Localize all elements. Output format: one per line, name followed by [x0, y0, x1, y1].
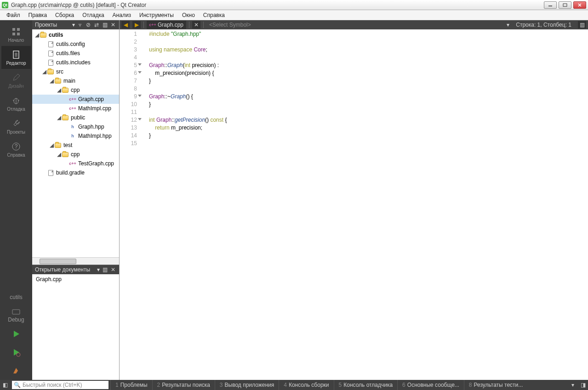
- target-selector[interactable]: cutils: [1, 288, 31, 306]
- tree-scrollbar[interactable]: [32, 257, 119, 265]
- tree-item-cpp[interactable]: ◢cpp: [32, 150, 119, 159]
- close-button[interactable]: [573, 1, 586, 9]
- svg-rect-18: [12, 310, 20, 314]
- kit-selector[interactable]: Debug: [1, 306, 31, 325]
- tree-item-Graph.cpp[interactable]: c++Graph.cpp: [32, 95, 119, 104]
- tree-item-build.gradle[interactable]: build.gradle: [32, 168, 119, 177]
- dropdown-icon[interactable]: ▾: [72, 22, 75, 28]
- file-tab[interactable]: c++ Graph.cpp: [147, 21, 186, 29]
- filter-icon[interactable]: ▿: [77, 22, 83, 28]
- mode-edit[interactable]: Редактор: [1, 46, 31, 69]
- output-pane-4[interactable]: 4Консоль сборки: [279, 380, 333, 390]
- editor-toolbar: ◀ ▶ c++ Graph.cpp ✕ <Select Symbol> ▾ Ст…: [120, 20, 588, 29]
- tree-item-MathImpl.hpp[interactable]: hMathImpl.hpp: [32, 131, 119, 141]
- nav-back-button[interactable]: ◀: [121, 21, 130, 28]
- menu-Файл[interactable]: Файл: [3, 11, 24, 19]
- menu-Инструменты[interactable]: Инструменты: [136, 11, 177, 19]
- build-button[interactable]: [1, 362, 31, 380]
- titlebar: Qt Graph.cpp (src\main\cpp @ cutils) [de…: [0, 0, 588, 10]
- project-tree[interactable]: ◢cutilscutils.configcutils.filescutils.i…: [32, 29, 119, 257]
- nav-forward-button[interactable]: ▶: [132, 21, 141, 28]
- svg-rect-1: [563, 4, 567, 6]
- folder-icon: [62, 87, 69, 93]
- svg-point-21: [17, 353, 20, 356]
- svg-text:?: ?: [15, 143, 18, 150]
- tree-item-Graph.hpp[interactable]: hGraph.hpp: [32, 122, 119, 131]
- close-file-button[interactable]: ✕: [192, 21, 200, 28]
- mode-sidebar: НачалоРедакторДизайнОтладкаПроекты?Справ…: [0, 20, 32, 380]
- run-button[interactable]: [1, 325, 31, 343]
- split-icon[interactable]: ▥: [102, 266, 108, 273]
- output-pane-3[interactable]: 3Вывод приложения: [215, 380, 279, 390]
- projects-panel-header: Проекты ▾ ▿ ⊘ ⇄ ▥ ✕: [32, 20, 119, 29]
- menu-Справка[interactable]: Справка: [200, 11, 228, 19]
- menu-Анализ[interactable]: Анализ: [109, 11, 135, 19]
- menu-Отладка[interactable]: Отладка: [79, 11, 108, 19]
- open-doc-item[interactable]: Graph.cpp: [34, 275, 117, 283]
- tree-item-cutils[interactable]: ◢cutils: [32, 30, 119, 40]
- hpp-icon: h: [69, 124, 76, 130]
- code-editor[interactable]: 123456789101112131415 #include "Graph.hp…: [120, 29, 588, 380]
- chevron-icon[interactable]: ▾: [568, 380, 578, 390]
- file-icon: [47, 59, 54, 66]
- app-icon: Qt: [2, 2, 8, 8]
- mode-debug[interactable]: Отладка: [1, 92, 31, 115]
- mode-help[interactable]: ?Справка: [1, 138, 31, 161]
- menu-Окно[interactable]: Окно: [178, 11, 199, 19]
- search-icon: 🔍: [14, 382, 21, 388]
- open-documents-list[interactable]: Graph.cpp: [32, 274, 119, 380]
- symbol-selector[interactable]: <Select Symbol>: [206, 22, 504, 28]
- mode-welcome[interactable]: Начало: [1, 23, 31, 46]
- window-title: Graph.cpp (src\main\cpp @ cutils) [defau…: [11, 2, 544, 8]
- statusbar: ◧ 🔍 Быстрый поиск (Ctrl+K) 1Проблемы2Рез…: [0, 380, 588, 390]
- link-icon[interactable]: ⊘: [85, 22, 91, 28]
- tree-item-MathImpl.cpp[interactable]: c++MathImpl.cpp: [32, 104, 119, 113]
- output-pane-2[interactable]: 2Результаты поиска: [152, 380, 215, 390]
- quick-search[interactable]: 🔍 Быстрый поиск (Ctrl+K): [12, 381, 108, 389]
- output-pane-5[interactable]: 5Консоль отладчика: [334, 380, 398, 390]
- file-icon: [47, 170, 54, 176]
- mode-design[interactable]: Дизайн: [1, 69, 31, 92]
- menu-Правка[interactable]: Правка: [25, 11, 51, 19]
- split-editor-icon[interactable]: ▥: [578, 21, 586, 28]
- minimize-button[interactable]: [544, 1, 557, 9]
- menubar: ФайлПравкаСборкаОтладкаАнализИнструменты…: [0, 10, 588, 20]
- doc-icon: [11, 50, 21, 60]
- tree-item-cpp[interactable]: ◢cpp: [32, 85, 119, 95]
- folder-icon: [47, 68, 54, 75]
- svg-rect-4: [12, 28, 15, 31]
- tree-item-cutils.config[interactable]: cutils.config: [32, 40, 119, 49]
- mode-projects[interactable]: Проекты: [1, 115, 31, 138]
- close-panel-icon[interactable]: ✕: [110, 22, 116, 28]
- tree-item-cutils.includes[interactable]: cutils.includes: [32, 58, 119, 67]
- svg-rect-7: [17, 33, 20, 35]
- tree-item-test[interactable]: ◢test: [32, 141, 119, 150]
- maximize-button[interactable]: [559, 1, 571, 9]
- sync-icon[interactable]: ⇄: [93, 22, 100, 28]
- dropdown-icon[interactable]: ▾: [97, 266, 100, 273]
- symbol-dropdown-icon[interactable]: ▾: [507, 22, 509, 28]
- svg-rect-6: [12, 33, 15, 35]
- toggle-sidebar-button[interactable]: ◧: [0, 380, 10, 390]
- split-icon[interactable]: ▥: [102, 22, 108, 28]
- output-pane-8[interactable]: 8Результаты тести...: [464, 380, 527, 390]
- folder-icon: [62, 151, 69, 158]
- svg-marker-19: [14, 331, 19, 337]
- folder-icon: [62, 114, 69, 121]
- output-pane-1[interactable]: 1Проблемы: [110, 380, 152, 390]
- cpp-icon: c++: [69, 105, 76, 112]
- output-toggle-icon[interactable]: ◨: [578, 380, 588, 390]
- hpp-icon: h: [69, 133, 76, 139]
- tree-item-TestGraph.cpp[interactable]: c++TestGraph.cpp: [32, 159, 119, 168]
- tree-item-src[interactable]: ◢src: [32, 67, 119, 76]
- close-panel-icon[interactable]: ✕: [110, 266, 116, 273]
- file-tab-label: Graph.cpp: [158, 22, 183, 28]
- opendocs-panel-header: Открытые документы ▾ ▥ ✕: [32, 265, 119, 274]
- tree-item-public[interactable]: ◢public: [32, 113, 119, 122]
- folder-icon: [54, 142, 62, 148]
- menu-Сборка[interactable]: Сборка: [51, 11, 78, 19]
- debug-run-button[interactable]: [1, 343, 31, 362]
- output-pane-6[interactable]: 6Основные сообще...: [397, 380, 464, 390]
- tree-item-cutils.files[interactable]: cutils.files: [32, 49, 119, 58]
- tree-item-main[interactable]: ◢main: [32, 76, 119, 85]
